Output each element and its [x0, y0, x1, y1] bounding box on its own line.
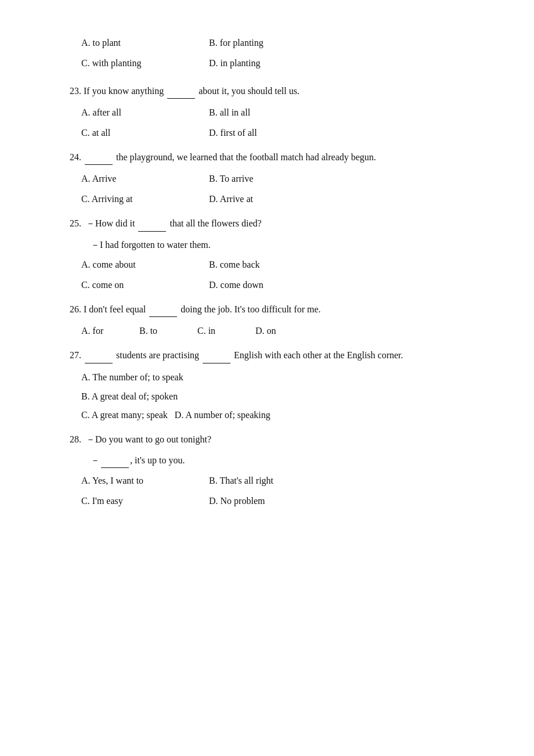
question-28: 28. －Do you want to go out tonight? － , …: [70, 432, 464, 510]
q25-row1: A. come about B. come back: [70, 257, 464, 273]
q25-option-d: D. come down: [209, 277, 325, 294]
q25-option-b: B. come back: [209, 257, 325, 273]
question-22-options: A. to plant B. for planting C. with plan…: [70, 35, 464, 72]
q25-number: 25.: [70, 218, 86, 228]
q24-option-a: A. Arrive: [81, 171, 197, 188]
q22-option-d: D. in planting: [209, 55, 325, 72]
q22-option-b: B. for planting: [209, 35, 325, 52]
q22-option-c: C. with planting: [81, 55, 197, 72]
q26-row1: A. for B. to C. in D. on: [70, 323, 464, 340]
q24-option-d: D. Arrive at: [209, 191, 325, 208]
q26-option-a: A. for: [81, 323, 128, 340]
q24-row1: A. Arrive B. To arrive: [70, 171, 464, 188]
q23-text: 23. If you know anything about it, you s…: [70, 84, 464, 99]
q28-dialog1: 28. －Do you want to go out tonight?: [70, 432, 464, 447]
q28-option-a: A. Yes, I want to: [81, 473, 197, 489]
q24-option-b: B. To arrive: [209, 171, 325, 188]
q23-row2: C. at all D. first of all: [70, 125, 464, 142]
q27-option-a: A. The number of; to speak: [70, 369, 464, 386]
q28-row2: C. I'm easy D. No problem: [70, 493, 464, 510]
question-25: 25. －How did it that all the flowers die…: [70, 216, 464, 294]
q25-option-c: C. come on: [81, 277, 197, 294]
q23-blank: [167, 84, 195, 99]
q25-dialog: －I had forgotten to water them.: [70, 237, 464, 253]
question-23: 23. If you know anything about it, you s…: [70, 84, 464, 142]
q25-row2: C. come on D. come down: [70, 277, 464, 294]
q26-text: 26. I don't feel equal doing the job. It…: [70, 302, 464, 318]
q24-option-c: C. Arriving at: [81, 191, 197, 208]
q24-row2: C. Arriving at D. Arrive at: [70, 191, 464, 208]
question-24: 24. the playground, we learned that the …: [70, 150, 464, 208]
q28-option-b: B. That's all right: [209, 473, 325, 489]
q23-row1: A. after all B. all in all: [70, 105, 464, 121]
q28-option-d: D. No problem: [209, 493, 325, 510]
q27-number: 27.: [70, 350, 84, 360]
q27-text: 27. students are practising English with…: [70, 348, 464, 363]
q26-option-c: C. in: [197, 323, 244, 340]
q24-text: 24. the playground, we learned that the …: [70, 150, 464, 165]
q28-blank: [101, 453, 129, 469]
q26-number: 26.: [70, 304, 84, 314]
q26-option-d: D. on: [255, 323, 302, 340]
q27-blank1: [85, 348, 113, 363]
q28-row1: A. Yes, I want to B. That's all right: [70, 473, 464, 489]
q25-blank: [138, 216, 166, 232]
q23-option-c: C. at all: [81, 125, 197, 142]
q23-number: 23.: [70, 86, 84, 96]
q22-row2: C. with planting D. in planting: [70, 55, 464, 72]
q24-number: 24.: [70, 152, 84, 162]
q26-option-b: B. to: [139, 323, 186, 340]
q28-dialog2: － , it's up to you.: [70, 453, 464, 469]
q25-option-a: A. come about: [81, 257, 197, 273]
q22-option-a: A. to plant: [81, 35, 197, 52]
q28-option-c: C. I'm easy: [81, 493, 197, 510]
q23-option-d: D. first of all: [209, 125, 325, 142]
q27-option-cd: C. A great many; speak D. A number of; s…: [70, 407, 464, 424]
question-27: 27. students are practising English with…: [70, 348, 464, 424]
q27-blank2: [203, 348, 230, 363]
q24-blank: [85, 150, 113, 165]
q23-option-a: A. after all: [81, 105, 197, 121]
q28-number: 28.: [70, 434, 86, 444]
q25-text: 25. －How did it that all the flowers die…: [70, 216, 464, 232]
q26-blank: [149, 302, 177, 318]
question-26: 26. I don't feel equal doing the job. It…: [70, 302, 464, 340]
q23-option-b: B. all in all: [209, 105, 325, 121]
q27-option-b: B. A great deal of; spoken: [70, 388, 464, 405]
q22-row1: A. to plant B. for planting: [70, 35, 464, 52]
